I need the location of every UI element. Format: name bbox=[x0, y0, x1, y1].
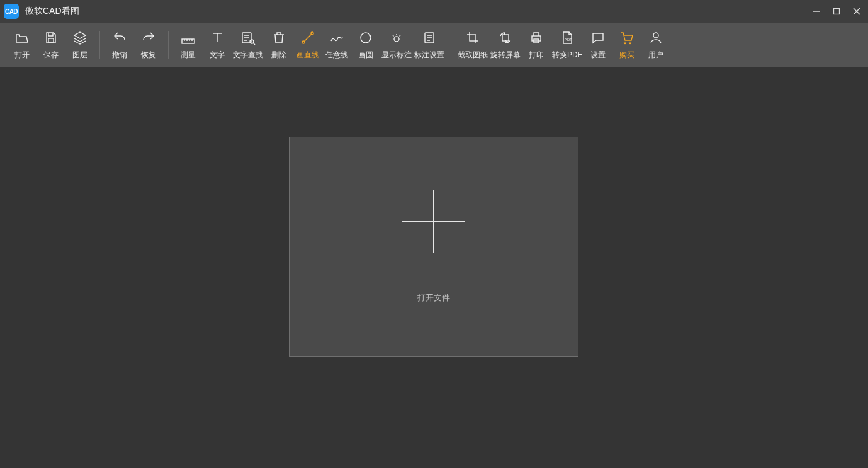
line-button[interactable]: 画直线 bbox=[293, 23, 322, 67]
maximize-button[interactable] bbox=[830, 5, 843, 18]
ruler-icon bbox=[180, 30, 196, 46]
toolbar-divider bbox=[168, 31, 169, 59]
svg-point-11 bbox=[361, 33, 371, 43]
annot-settings-label: 标注设置 bbox=[414, 50, 444, 60]
layers-icon bbox=[72, 30, 88, 46]
trash-icon bbox=[271, 30, 287, 46]
settings-label: 设置 bbox=[590, 50, 606, 60]
circle-label: 画圆 bbox=[358, 50, 373, 60]
layers-label: 图层 bbox=[72, 50, 87, 60]
svg-point-8 bbox=[302, 41, 305, 43]
cart-icon bbox=[619, 30, 635, 46]
svg-rect-4 bbox=[48, 38, 54, 42]
to-pdf-label: 转换PDF bbox=[552, 50, 582, 60]
svg-rect-15 bbox=[502, 35, 509, 41]
show-annot-button[interactable]: 显示标注 bbox=[380, 23, 413, 67]
save-button[interactable]: 保存 bbox=[37, 23, 65, 67]
rotate-screen-icon bbox=[497, 30, 514, 46]
svg-point-20 bbox=[629, 42, 631, 43]
open-label: 打开 bbox=[14, 50, 30, 60]
open-button[interactable]: 打开 bbox=[8, 23, 37, 67]
svg-rect-5 bbox=[182, 39, 194, 43]
open-file-label: 打开文件 bbox=[417, 292, 450, 304]
freehand-icon bbox=[329, 30, 345, 46]
printer-icon bbox=[528, 30, 544, 46]
svg-rect-1 bbox=[834, 9, 840, 14]
freehand-button[interactable]: 任意线 bbox=[322, 23, 351, 67]
plus-icon bbox=[402, 190, 465, 253]
save-label: 保存 bbox=[43, 50, 59, 60]
close-icon bbox=[852, 7, 861, 16]
svg-point-19 bbox=[624, 42, 626, 43]
text-button[interactable]: 文字 bbox=[203, 23, 232, 67]
print-button[interactable]: 打印 bbox=[522, 23, 551, 67]
workspace: 打开文件 bbox=[0, 67, 868, 468]
snip-icon bbox=[465, 30, 481, 46]
measure-button[interactable]: 测量 bbox=[174, 23, 203, 67]
minimize-button[interactable] bbox=[810, 5, 823, 18]
titlebar: CAD 傲软CAD看图 bbox=[0, 0, 868, 23]
maximize-icon bbox=[832, 7, 841, 16]
circle-button[interactable]: 画圆 bbox=[351, 23, 380, 67]
pdf-icon: PDF bbox=[559, 30, 575, 46]
svg-text:PDF: PDF bbox=[565, 38, 572, 42]
user-button[interactable]: 用户 bbox=[641, 23, 670, 67]
app-title: 傲软CAD看图 bbox=[25, 6, 79, 17]
svg-rect-14 bbox=[470, 35, 476, 41]
find-text-label: 文字查找 bbox=[233, 50, 263, 60]
line-icon bbox=[300, 30, 316, 46]
rotate-screen-label: 旋转屏幕 bbox=[490, 50, 521, 60]
save-icon bbox=[43, 30, 59, 46]
open-file-card[interactable]: 打开文件 bbox=[289, 137, 578, 357]
close-button[interactable] bbox=[850, 5, 863, 18]
user-label: 用户 bbox=[648, 50, 663, 60]
text-label: 文字 bbox=[210, 50, 225, 60]
buy-button[interactable]: 购买 bbox=[612, 23, 641, 67]
toolbar-divider bbox=[99, 31, 100, 59]
redo-button[interactable]: 恢复 bbox=[134, 23, 163, 67]
undo-button[interactable]: 撤销 bbox=[105, 23, 134, 67]
svg-point-12 bbox=[394, 37, 399, 42]
undo-label: 撤销 bbox=[112, 50, 127, 60]
app-logo: CAD bbox=[4, 4, 19, 19]
annot-settings-button[interactable]: 标注设置 bbox=[413, 23, 446, 67]
find-text-icon bbox=[240, 30, 256, 46]
svg-point-7 bbox=[250, 40, 254, 43]
layers-button[interactable]: 图层 bbox=[65, 23, 94, 67]
delete-label: 删除 bbox=[271, 50, 286, 60]
svg-point-9 bbox=[311, 32, 313, 35]
redo-label: 恢复 bbox=[141, 50, 156, 60]
undo-icon bbox=[111, 30, 128, 46]
svg-line-10 bbox=[305, 34, 312, 41]
snip-label: 截取图纸 bbox=[458, 50, 488, 60]
folder-open-icon bbox=[14, 30, 30, 46]
print-label: 打印 bbox=[529, 50, 544, 60]
measure-label: 测量 bbox=[181, 50, 196, 60]
line-label: 画直线 bbox=[296, 50, 319, 60]
text-icon bbox=[209, 30, 225, 46]
minimize-icon bbox=[812, 7, 821, 16]
show-annot-label: 显示标注 bbox=[381, 50, 412, 60]
user-icon bbox=[648, 30, 664, 46]
snip-button[interactable]: 截取图纸 bbox=[456, 23, 489, 67]
delete-button[interactable]: 删除 bbox=[264, 23, 293, 67]
show-annot-icon bbox=[388, 30, 405, 46]
window-controls bbox=[810, 5, 863, 18]
annot-settings-icon bbox=[421, 30, 437, 46]
toolbar-divider bbox=[451, 31, 451, 59]
to-pdf-button[interactable]: PDF 转换PDF bbox=[551, 23, 583, 67]
svg-point-21 bbox=[653, 33, 658, 38]
redo-icon bbox=[140, 30, 157, 46]
rotate-screen-button[interactable]: 旋转屏幕 bbox=[489, 23, 522, 67]
chat-settings-icon bbox=[590, 30, 606, 46]
find-text-button[interactable]: 文字查找 bbox=[232, 23, 264, 67]
settings-button[interactable]: 设置 bbox=[583, 23, 612, 67]
circle-icon bbox=[358, 30, 374, 46]
toolbar: 打开 保存 图层 撤销 恢复 测量 文字 bbox=[0, 23, 868, 67]
buy-label: 购买 bbox=[619, 50, 634, 60]
freehand-label: 任意线 bbox=[325, 50, 348, 60]
svg-rect-16 bbox=[532, 36, 541, 41]
